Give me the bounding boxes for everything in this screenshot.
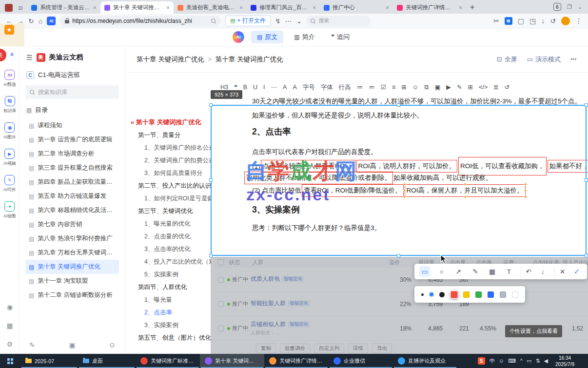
task-list-icon[interactable]: ☑ [381,84,386,91]
undo-icon[interactable]: ↺ [504,84,509,91]
taskbar-folder[interactable]: 桌面 [78,354,136,368]
tab-close-icon[interactable]: × [166,4,170,11]
link-icon[interactable]: ⧉ [425,84,429,91]
grid-extension-icon[interactable]: ▦ [505,17,512,25]
outline-item[interactable]: 第一节、质量分 [125,129,211,141]
pin-icon[interactable]: ◉ [7,303,13,311]
taskbar-clock[interactable]: 16:34 2025/7/9 [552,355,577,368]
profile-avatar[interactable] [561,17,570,25]
open-file-button[interactable]: ▤ + 打开文件 [225,16,271,26]
toolbar-more-icon[interactable]: ⋯ [285,18,292,24]
hamburger-icon[interactable]: ☰ [26,54,33,61]
pc-status-icon[interactable]: ▭ [527,358,531,364]
more-marks-icon[interactable]: ⋯ [271,84,277,91]
undo-tool[interactable]: ↶ [521,266,531,277]
window-restore-icon[interactable]: ❐ [567,4,572,10]
browser-tab[interactable]: 修理离门风云_百度搜索 × [247,1,320,14]
browser-app-icon[interactable] [5,4,13,12]
italic-icon[interactable]: I [263,84,265,91]
fullscreen-button[interactable]: ⊡全屏 [497,55,517,64]
swatch-red[interactable] [450,291,458,299]
view-mode-tab[interactable]: ❞ 追问 [326,31,355,43]
font-family-select[interactable]: 字体 [321,84,333,91]
medi-logo[interactable]: 美 [0,49,6,61]
outline-item[interactable]: 第四节、人群优化 [125,281,211,293]
keyboard-icon[interactable]: ⌨ [508,358,516,364]
chapter-item[interactable]: ▤ 第五章 助力店铺流量爆发 [25,189,119,203]
chapter-item[interactable]: ▤ 第四章 新品上架获取流量秘籍 [25,175,119,189]
library-icon[interactable]: ▣ [69,341,75,349]
chapter-item[interactable]: ▤ 第三章 提升权重之自然搜索 [25,161,119,175]
flash-icon[interactable]: ↯ [275,18,281,24]
tab-close-icon[interactable]: × [239,4,243,11]
image-icon[interactable]: ▣ [434,84,440,91]
settings-gear-icon[interactable]: ⚙ [7,340,13,348]
table-icon[interactable]: ⊞ [468,84,472,91]
cancel-capture[interactable]: ✕ [554,266,565,277]
tab-close-icon[interactable]: × [93,4,97,11]
taskbar-app[interactable]: 第十章 关键词推广... [200,354,264,368]
browser-menu-icon[interactable]: ⋮ [575,18,582,24]
browser-tab[interactable]: 系统管理 - 美迪云管理... × [27,1,100,14]
selection-handle[interactable] [585,178,588,182]
outline-item[interactable]: 3、实操案例 [125,319,211,331]
annotation-handle[interactable] [403,195,406,198]
address-bar[interactable]: https://os.medeyun.com/file/zhishiku/cla… [60,16,221,26]
tab-count-badge[interactable]: 6 [553,3,561,11]
outline-item[interactable]: 1、关键词推广的排名公式 [125,141,211,154]
taskbar-app[interactable]: 企业微信 [329,354,393,368]
outline-item[interactable]: 1、曝光量的优化 [125,217,211,230]
swatch-green[interactable] [475,291,482,298]
tab-close-icon[interactable]: × [459,4,462,11]
arrow-tool[interactable]: ↗ [453,266,464,277]
annotation-handle[interactable] [464,183,467,186]
underline-icon[interactable]: U [253,84,257,91]
browser-tab[interactable]: 推广中心 × [320,1,393,14]
chapter-item[interactable]: ▤ 第八章 热浪引擎和付费推广 [25,232,119,246]
selection-handle[interactable] [585,103,588,107]
more-blocks-icon[interactable]: ≣ [493,84,498,91]
code-icon[interactable]: </> [479,84,488,91]
font-size-select[interactable]: 字号 [303,84,315,91]
outline-item[interactable]: 3、如何提高质量得分 [125,167,211,179]
bookmark-star-icon[interactable]: ★ [4,25,14,35]
present-mode-button[interactable]: ▭演示模式 [527,55,561,64]
apps-grid-icon[interactable]: ▦ [6,322,13,329]
sogou-input-icon[interactable]: S [478,357,485,365]
taskbar-app[interactable]: 直播评论及观众 [393,354,457,368]
chapter-item[interactable]: ▤ 第七章 内容营销 [25,217,119,232]
annotation-handle[interactable] [524,183,527,186]
edit-icon[interactable]: ✎ [29,341,35,349]
rail-item[interactable]: 知 知识库 [3,96,17,114]
brush-size-medium[interactable] [430,292,433,296]
blockquote-icon[interactable]: ❝ [234,84,237,91]
outline-item[interactable]: 2、点击率 [125,306,211,319]
rail-item[interactable]: ✎ AI写作 [3,175,17,193]
pen-tool[interactable]: ✎ [470,266,481,277]
save-tool[interactable]: ↓ [537,266,548,277]
taskbar-app[interactable]: 关键词推广标准计... [136,354,200,368]
outline-item[interactable]: 第五节、创意（图片）优化 [125,331,211,344]
outline-item[interactable]: 1、如何判定ROI是亏是赚 [125,192,211,205]
view-mode-tab[interactable]: ▤ 原文 [251,31,283,43]
workspace-icon[interactable]: ⊟ [17,4,24,12]
extensions-icon[interactable]: ◳ [529,18,536,24]
bold-icon[interactable]: B [243,84,247,91]
chapter-item[interactable]: ▤ 第十章 关键词推广优化 [25,260,119,274]
browser-tab[interactable]: 关键词推广详情页_万相... × [393,1,466,14]
emoji-icon[interactable]: ☺ [412,84,419,91]
network-icon[interactable]: ⇅ [535,358,540,364]
reload-icon[interactable]: ↻ [28,18,34,24]
highlight-color-icon[interactable]: A [293,84,296,91]
annotation-handle[interactable] [464,195,467,198]
selected-annotation-box[interactable]: ROI高，保留人群，并且可以加大溢价。 [405,184,526,197]
chapter-item[interactable]: ▤ 第二章 市场调查分析 [25,147,119,161]
breadcrumb-parent[interactable]: 第十章 关键词推广优化 [137,55,204,64]
ai-extension-icon[interactable]: AI [47,17,56,25]
outline-item[interactable]: « 第十章 关键词推广优化 [125,116,211,129]
indent-icon[interactable]: ⊞ [401,84,406,91]
view-mode-tab[interactable]: ▥ 简介 [288,31,320,43]
swatch-white[interactable] [512,291,518,298]
line-height-select[interactable]: 行高 [339,84,351,91]
rail-item[interactable]: ✦ AI绘图 [3,201,17,219]
